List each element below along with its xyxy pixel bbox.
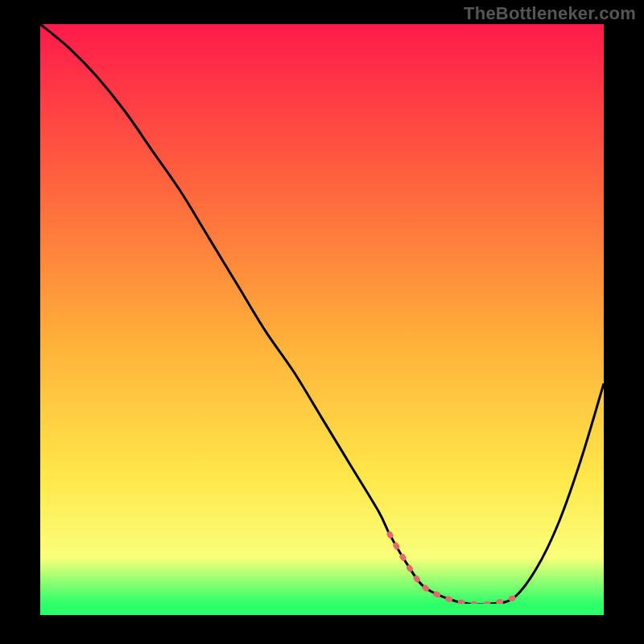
watermark-text: TheBottleneker.com <box>464 3 636 24</box>
bottleneck-plot <box>40 24 604 604</box>
bottom-green-strip <box>40 604 604 615</box>
chart-container: TheBottleneker.com <box>0 0 644 644</box>
green-strip-rect <box>40 604 604 615</box>
